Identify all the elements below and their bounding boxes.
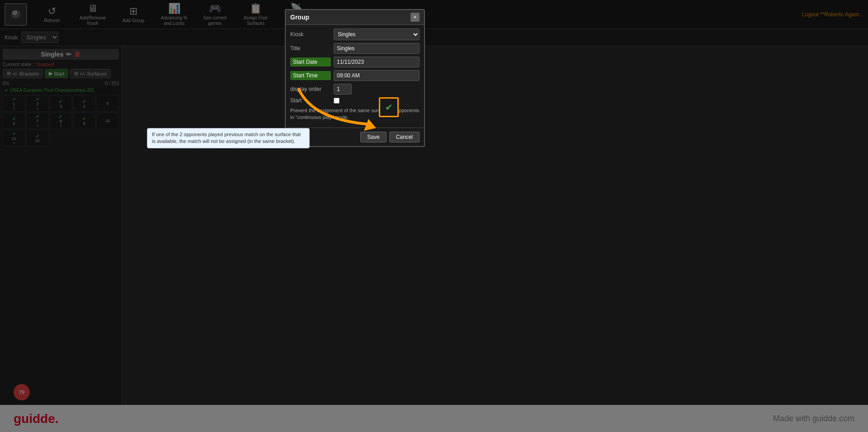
dialog-body: Kiosk Singles Doubles All Title Start Da… bbox=[286, 25, 424, 128]
start-date-input[interactable] bbox=[334, 57, 420, 67]
highlighted-checkbox-annotation: ✔ bbox=[379, 97, 399, 117]
dialog-title: Group bbox=[290, 14, 309, 21]
dialog-close-button[interactable]: × bbox=[410, 13, 420, 22]
dialog-header: Group × bbox=[286, 10, 424, 25]
dialog-overlay: Group × Kiosk Singles Doubles All Title … bbox=[0, 0, 868, 432]
tooltip-text: If one of the 2 opponents played previou… bbox=[152, 132, 301, 144]
kiosk-select[interactable]: Singles Doubles All bbox=[334, 28, 420, 40]
title-form-row: Title bbox=[290, 43, 420, 54]
start-checkbox[interactable] bbox=[334, 98, 340, 104]
tooltip-box: If one of the 2 opponents played previou… bbox=[147, 128, 310, 148]
title-input[interactable] bbox=[334, 43, 420, 54]
checked-indicator: ✔ bbox=[385, 102, 393, 113]
start-time-label: Start Time bbox=[290, 71, 331, 80]
start-date-form-row: Start Date bbox=[290, 57, 420, 67]
description-text: Prevent the assignment of the same surfa… bbox=[290, 107, 420, 121]
start-time-input[interactable] bbox=[334, 70, 420, 81]
display-order-label: display order bbox=[290, 86, 331, 92]
start-label: Start bbox=[290, 97, 331, 104]
cancel-button[interactable]: Cancel bbox=[389, 132, 420, 142]
kiosk-form-row: Kiosk Singles Doubles All bbox=[290, 28, 420, 40]
save-button[interactable]: Save bbox=[360, 132, 386, 142]
group-dialog: Group × Kiosk Singles Doubles All Title … bbox=[285, 9, 425, 147]
display-order-form-row: display order bbox=[290, 84, 420, 95]
title-field-label: Title bbox=[290, 45, 331, 52]
start-form-row: Start bbox=[290, 97, 420, 104]
start-date-label: Start Date bbox=[290, 57, 331, 66]
display-order-input[interactable] bbox=[334, 84, 352, 95]
kiosk-label: Kiosk bbox=[290, 31, 331, 38]
start-time-form-row: Start Time bbox=[290, 70, 420, 81]
